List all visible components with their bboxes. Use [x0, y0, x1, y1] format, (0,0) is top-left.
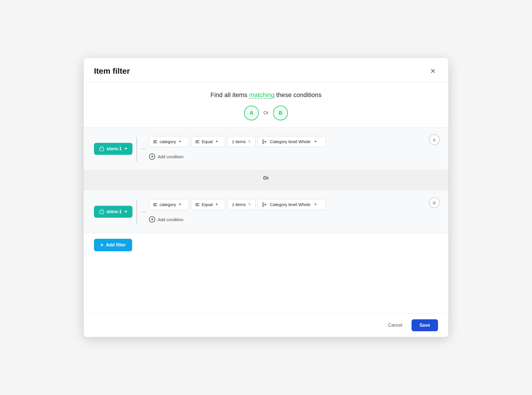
category-label-b: category [159, 202, 176, 207]
category-chev-b [179, 204, 181, 205]
or-divider-dots: · · · [84, 182, 448, 185]
matching-section: Find all items matching these conditions… [84, 82, 448, 127]
equal-chev-a [216, 141, 218, 142]
close-button[interactable]: ✕ [428, 66, 438, 76]
item-filter-modal: Item filter ✕ Find all items matching th… [84, 58, 448, 337]
connector-v-b [136, 200, 137, 224]
connector-h-b [141, 211, 146, 212]
group-b-circle[interactable]: B [273, 106, 288, 120]
connector-b [136, 199, 137, 224]
matching-prefix: Find all items [210, 91, 249, 98]
edit-icon-b: ✎ [248, 202, 251, 207]
add-filter-label: Add filter [106, 242, 126, 248]
connector-a [136, 136, 137, 161]
cancel-button[interactable]: Cancel [383, 320, 408, 331]
list-icon-a [153, 140, 157, 143]
items-button-b[interactable]: 1 items ✎ [228, 199, 255, 210]
svg-rect-7 [100, 211, 104, 214]
modal-footer: Cancel Save [84, 313, 448, 337]
category-level-label-a: Category level Whole [270, 139, 311, 144]
filter-group-a: A store-1 [84, 127, 448, 170]
conditions-col-b: category Equal 1 items ✎ [149, 199, 438, 224]
group-b-badge: B [429, 197, 440, 208]
category-label-a: category [159, 139, 176, 144]
add-filter-button[interactable]: + Add filter [94, 239, 132, 251]
equal-dropdown-a[interactable]: Equal [191, 136, 225, 147]
filter-row-b: store-1 category [94, 199, 438, 224]
add-condition-plus-a: + [149, 153, 155, 160]
connector-h-a [141, 149, 146, 149]
add-condition-label-b: Add condition [157, 217, 183, 222]
matching-text: Find all items matching these conditions [94, 91, 438, 99]
store-icon-b [99, 209, 104, 214]
list-icon-b [153, 203, 157, 206]
equal-list-icon-b [195, 203, 199, 206]
group-a-circle[interactable]: A [244, 106, 259, 120]
equal-list-icon-a [195, 140, 199, 143]
category-level-icon-b [262, 202, 268, 207]
add-filter-row: + Add filter [84, 233, 448, 257]
items-label-a: 1 items [232, 139, 245, 144]
modal-body: Find all items matching these conditions… [84, 82, 448, 313]
equal-label-a: Equal [202, 139, 212, 144]
add-condition-button-a[interactable]: + Add condition [149, 152, 438, 161]
category-level-icon-a [262, 139, 268, 144]
filter-group-b: B store-1 [84, 190, 448, 233]
svg-rect-1 [262, 139, 264, 141]
store-label-a: store-1 [107, 146, 122, 151]
category-level-dropdown-b[interactable]: Category level Whole [258, 199, 326, 210]
category-level-dropdown-a[interactable]: Category level Whole [258, 136, 326, 147]
add-condition-button-b[interactable]: + Add condition [149, 215, 438, 224]
matching-suffix: these conditions [275, 91, 322, 98]
category-dropdown-a[interactable]: category [149, 136, 189, 147]
category-level-chev-b [314, 204, 317, 205]
modal-title: Item filter [94, 67, 130, 76]
or-divider-text: Or [263, 175, 269, 181]
conditions-col-a: category Equal 1 items ✎ [149, 136, 438, 161]
items-button-a[interactable]: 1 items ✎ [228, 136, 255, 147]
store-button-b[interactable]: store-1 [94, 206, 132, 218]
condition-row-b: category Equal 1 items ✎ [149, 199, 438, 210]
add-condition-label-a: Add condition [157, 154, 183, 159]
store-label-b: store-1 [107, 209, 122, 214]
store-icon-a [99, 146, 104, 151]
svg-rect-8 [262, 202, 264, 204]
edit-icon-a: ✎ [248, 139, 251, 144]
equal-dropdown-b[interactable]: Equal [191, 199, 225, 210]
condition-row-a: category Equal 1 items ✎ [149, 136, 438, 147]
equal-chev-b [216, 204, 218, 205]
group-a-badge: A [429, 134, 440, 145]
or-divider: Or · · · [84, 170, 448, 190]
category-level-chev-a [314, 141, 317, 142]
footer-actions: Cancel Save [383, 319, 438, 331]
add-filter-plus-icon: + [100, 242, 104, 248]
save-button[interactable]: Save [412, 319, 438, 331]
ab-row: A Or B [94, 106, 438, 120]
modal-header: Item filter ✕ [84, 58, 448, 82]
category-chev-a [179, 141, 181, 142]
store-chevron-b [124, 211, 127, 213]
equal-label-b: Equal [202, 202, 212, 207]
items-label-b: 1 items [232, 202, 245, 207]
matching-highlight[interactable]: matching [249, 91, 275, 98]
category-dropdown-b[interactable]: category [149, 199, 189, 210]
filter-row-a: store-1 category [94, 136, 438, 161]
connector-v-a [136, 137, 137, 161]
store-button-a[interactable]: store-1 [94, 143, 132, 155]
category-level-label-b: Category level Whole [270, 202, 311, 207]
add-condition-plus-b: + [149, 216, 155, 223]
or-connector-text: Or [263, 110, 269, 116]
svg-rect-0 [100, 148, 104, 151]
store-chevron-a [124, 148, 127, 150]
